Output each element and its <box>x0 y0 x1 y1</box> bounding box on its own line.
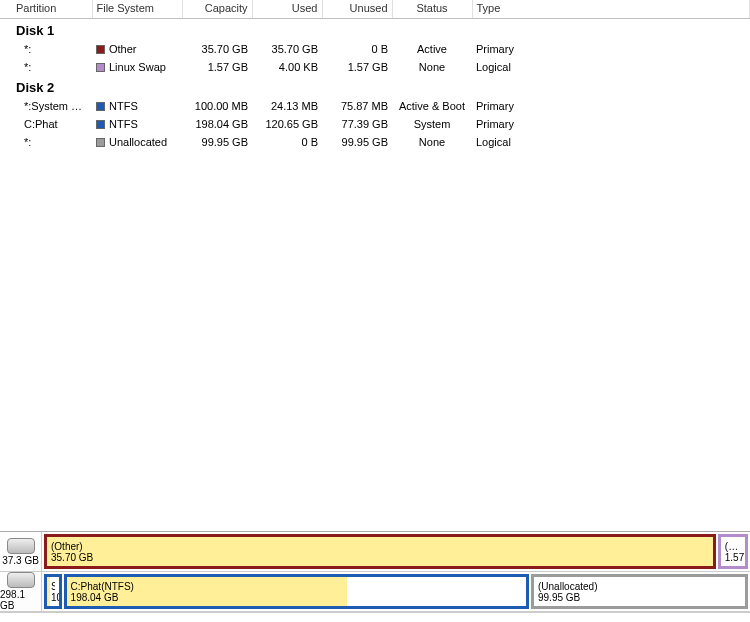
partition-strip: System Reserved100.00 MBC:Phat(NTFS)198.… <box>42 572 750 611</box>
partition-block-size: 1.57 GB <box>725 552 741 563</box>
status-cell: None <box>392 58 472 76</box>
filesystem-cell: Linux Swap <box>92 58 182 76</box>
partition-table: Partition File System Capacity Used Unus… <box>0 0 750 151</box>
fs-color-swatch <box>96 45 105 54</box>
partition-row[interactable]: C:PhatNTFS198.04 GB120.65 GB77.39 GBSyst… <box>0 115 750 133</box>
disk-map-area: 37.3 GB(Other)35.70 GB(Linux Swap)1.57 G… <box>0 531 750 612</box>
fs-color-swatch <box>96 138 105 147</box>
unused-cell: 77.39 GB <box>322 115 392 133</box>
partition-block[interactable]: (Linux Swap)1.57 GB <box>718 534 748 569</box>
disk-icon <box>7 538 35 554</box>
disk-name: Disk 2 <box>0 76 750 97</box>
partition-block[interactable]: (Other)35.70 GB <box>44 534 716 569</box>
col-unused[interactable]: Unused <box>322 0 392 19</box>
used-cell: 24.13 MB <box>252 97 322 115</box>
status-cell: Active & Boot <box>392 97 472 115</box>
partition-block[interactable]: System Reserved100.00 MB <box>44 574 62 609</box>
partition-row[interactable]: *:System Rese...NTFS100.00 MB24.13 MB75.… <box>0 97 750 115</box>
partition-name: C:Phat <box>0 115 92 133</box>
partition-row[interactable]: *:Linux Swap1.57 GB4.00 KB1.57 GBNoneLog… <box>0 58 750 76</box>
partition-name: *: <box>0 133 92 151</box>
fs-label: Unallocated <box>109 136 167 148</box>
used-cell: 0 B <box>252 133 322 151</box>
type-cell: Primary <box>472 97 750 115</box>
type-cell: Logical <box>472 133 750 151</box>
fs-label: NTFS <box>109 100 138 112</box>
disk-icon-cell[interactable]: 37.3 GB <box>0 532 42 571</box>
unused-cell: 99.95 GB <box>322 133 392 151</box>
col-partition[interactable]: Partition <box>0 0 92 19</box>
disk-map-row: 37.3 GB(Other)35.70 GB(Linux Swap)1.57 G… <box>0 532 750 572</box>
unused-cell: 0 B <box>322 40 392 58</box>
partition-block[interactable]: (Unallocated)99.95 GB <box>531 574 748 609</box>
partition-name: *: <box>0 58 92 76</box>
col-used[interactable]: Used <box>252 0 322 19</box>
legend <box>0 612 750 622</box>
filesystem-cell: Other <box>92 40 182 58</box>
partition-block-label: C:Phat(NTFS) <box>71 581 522 592</box>
used-cell: 120.65 GB <box>252 115 322 133</box>
partition-block-size: 99.95 GB <box>538 592 741 603</box>
status-cell: None <box>392 133 472 151</box>
col-status[interactable]: Status <box>392 0 472 19</box>
fs-label: Other <box>109 43 137 55</box>
col-type[interactable]: Type <box>472 0 750 19</box>
disk-name: Disk 1 <box>0 19 750 41</box>
partition-row[interactable]: *:Other35.70 GB35.70 GB0 BActivePrimary <box>0 40 750 58</box>
partition-table-area[interactable]: Partition File System Capacity Used Unus… <box>0 0 750 531</box>
used-cell: 4.00 KB <box>252 58 322 76</box>
partition-block-size: 198.04 GB <box>71 592 522 603</box>
fs-color-swatch <box>96 120 105 129</box>
col-capacity[interactable]: Capacity <box>182 0 252 19</box>
fs-label: NTFS <box>109 118 138 130</box>
capacity-cell: 99.95 GB <box>182 133 252 151</box>
capacity-cell: 1.57 GB <box>182 58 252 76</box>
partition-block-label: (Unallocated) <box>538 581 741 592</box>
partition-strip: (Other)35.70 GB(Linux Swap)1.57 GB <box>42 532 750 571</box>
partition-block-label: (Linux Swap) <box>725 541 741 552</box>
type-cell: Primary <box>472 40 750 58</box>
disk-icon <box>7 572 35 588</box>
partition-block-size: 35.70 GB <box>51 552 709 563</box>
partition-block-size: 100.00 MB <box>51 592 55 603</box>
disk-header-row[interactable]: Disk 2 <box>0 76 750 97</box>
partition-name: *:System Rese... <box>0 97 92 115</box>
partition-name: *: <box>0 40 92 58</box>
disk-icon-cell[interactable]: 298.1 GB <box>0 572 42 611</box>
type-cell: Logical <box>472 58 750 76</box>
fs-color-swatch <box>96 63 105 72</box>
status-cell: Active <box>392 40 472 58</box>
filesystem-cell: NTFS <box>92 115 182 133</box>
disk-header-row[interactable]: Disk 1 <box>0 19 750 41</box>
status-cell: System <box>392 115 472 133</box>
type-cell: Primary <box>472 115 750 133</box>
disk-map-row: 298.1 GBSystem Reserved100.00 MBC:Phat(N… <box>0 572 750 612</box>
partition-block[interactable]: C:Phat(NTFS)198.04 GB <box>64 574 529 609</box>
capacity-cell: 35.70 GB <box>182 40 252 58</box>
used-fill <box>47 577 50 606</box>
filesystem-cell: Unallocated <box>92 133 182 151</box>
fs-label: Linux Swap <box>109 61 166 73</box>
unused-cell: 1.57 GB <box>322 58 392 76</box>
fs-color-swatch <box>96 102 105 111</box>
table-header-row[interactable]: Partition File System Capacity Used Unus… <box>0 0 750 19</box>
capacity-cell: 198.04 GB <box>182 115 252 133</box>
disk-size-label: 37.3 GB <box>2 555 39 566</box>
disk-size-label: 298.1 GB <box>0 589 41 611</box>
filesystem-cell: NTFS <box>92 97 182 115</box>
used-cell: 35.70 GB <box>252 40 322 58</box>
partition-block-label: System Reserved <box>51 581 55 592</box>
partition-block-label: (Other) <box>51 541 709 552</box>
partition-row[interactable]: *:Unallocated99.95 GB0 B99.95 GBNoneLogi… <box>0 133 750 151</box>
unused-cell: 75.87 MB <box>322 97 392 115</box>
capacity-cell: 100.00 MB <box>182 97 252 115</box>
col-filesystem[interactable]: File System <box>92 0 182 19</box>
